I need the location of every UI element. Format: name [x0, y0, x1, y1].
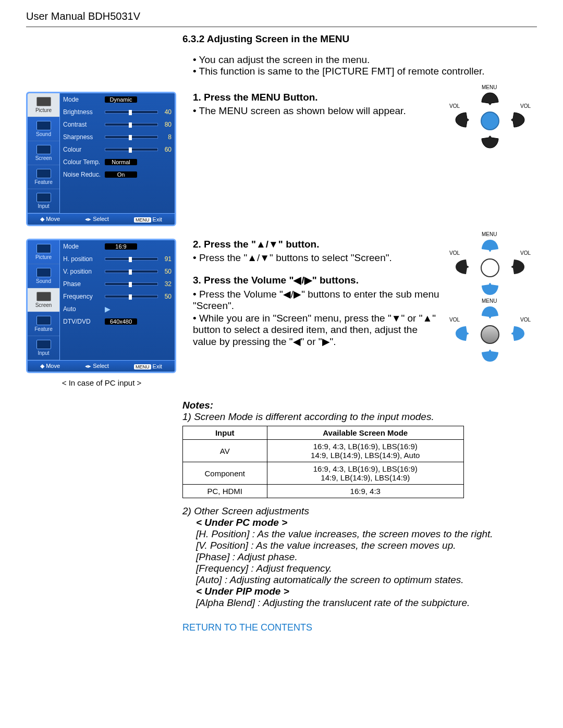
speaker-icon	[36, 121, 51, 130]
intro-bullet: This function is same to the [PICTURE FM…	[193, 66, 537, 77]
gear-icon	[36, 193, 51, 202]
pc-line: [Auto] : Adjusting automatically the scr…	[196, 574, 537, 586]
dpad-down-icon	[480, 279, 500, 296]
step1-line: • The MENU screen as shown below will ap…	[193, 105, 443, 117]
osd-tab-picture: Picture	[28, 93, 59, 117]
osd-tab-feature: Feature	[28, 312, 59, 336]
dpad-down-icon	[480, 346, 500, 363]
slider-icon	[105, 295, 158, 298]
return-to-contents-link[interactable]: RETURN TO THE CONTENTS	[182, 622, 537, 633]
header-divider	[26, 27, 537, 27]
menu-label: MENU	[482, 231, 497, 237]
vol-label: VOL	[520, 317, 531, 323]
intro-bullets: You can adjust the screen in the menu. T…	[193, 54, 537, 77]
slider-icon	[105, 135, 158, 139]
clock-icon	[36, 169, 51, 178]
osd-menu-picture: Picture Sound Screen Feature Input ModeD…	[26, 92, 176, 226]
pc-mode-head: < Under PC mode >	[196, 517, 537, 528]
screen-icon	[36, 145, 51, 154]
gear-icon	[36, 340, 51, 349]
screen-icon	[36, 292, 51, 301]
arrow-right-icon: ▶	[105, 305, 111, 313]
menu-label: MENU	[482, 298, 497, 304]
screen-mode-table: InputAvailable Screen Mode AV16:9, 4:3, …	[182, 426, 464, 498]
slider-icon	[105, 282, 158, 286]
pc-line: [V. Position] : As the value increases, …	[196, 540, 537, 551]
osd-caption: < In case of PC input >	[26, 378, 177, 387]
osd-tab-sound: Sound	[28, 264, 59, 288]
osd-tab-screen: Screen	[28, 141, 59, 165]
dpad-right-icon	[506, 258, 527, 275]
dpad-up-icon	[480, 305, 500, 322]
notes-heading: Notes:	[182, 400, 537, 411]
vol-label: VOL	[520, 250, 531, 256]
vol-label: VOL	[449, 250, 460, 256]
vol-label: VOL	[449, 317, 460, 323]
pc-line: [Phase] : Adjust phase.	[196, 551, 537, 563]
step1-title: 1. Press the MENU Button.	[193, 92, 443, 103]
dpad-right-icon	[506, 112, 527, 128]
pc-line: [Frequency] : Adjust frequency.	[196, 563, 537, 574]
step3-line: • While you are in "Screen" menu, press …	[193, 313, 443, 348]
slider-icon	[105, 270, 158, 273]
osd-menu-screen: Picture Sound Screen Feature Input Mode1…	[26, 239, 176, 373]
osd-tab-input: Input	[28, 189, 59, 213]
remote-dpad-updown: MENU VOL VOL	[448, 239, 532, 296]
osd-tab-screen: Screen	[28, 288, 59, 312]
remote-dpad-leftright: MENU VOL VOL	[448, 305, 532, 363]
dpad-left-icon	[454, 258, 474, 275]
dpad-center-icon	[481, 258, 499, 277]
dpad-up-icon	[480, 239, 500, 255]
osd-tab-feature: Feature	[28, 165, 59, 189]
slider-icon	[105, 110, 158, 114]
dpad-center-icon	[481, 325, 499, 344]
intro-bullet: You can adjust the screen in the menu.	[193, 54, 537, 66]
pc-line: [H. Position] : As the value increases, …	[196, 528, 537, 540]
menu-label: MENU	[482, 84, 497, 90]
note-2: 2) Other Screen adjustments	[182, 505, 537, 517]
page-header: User Manual BDH5031V	[26, 10, 537, 22]
osd-tab-input: Input	[28, 336, 59, 360]
dpad-up-icon	[480, 92, 500, 108]
step3-title: 3. Press the Volume "◀/▶" buttons.	[193, 274, 443, 286]
slider-icon	[105, 148, 158, 151]
vol-label: VOL	[449, 103, 460, 109]
note-1: 1) Screen Mode is different according to…	[182, 411, 537, 423]
clock-icon	[36, 316, 51, 325]
step2-line: • Press the "▲/▼" buttons to select "Scr…	[193, 252, 443, 264]
step2-title: 2. Press the "▲/▼" button.	[193, 239, 443, 250]
tv-icon	[36, 244, 51, 253]
pip-line: [Alpha Blend] : Adjusting the translucen…	[196, 597, 537, 609]
dpad-right-icon	[506, 325, 527, 342]
dpad-left-icon	[454, 325, 474, 342]
pip-mode-head: < Under PIP mode >	[196, 586, 537, 597]
vol-label: VOL	[520, 103, 531, 109]
dpad-down-icon	[480, 132, 500, 149]
dpad-left-icon	[454, 112, 474, 128]
dpad-center-icon	[481, 112, 499, 130]
section-heading: 6.3.2 Adjusting Screen in the MENU	[182, 33, 537, 45]
slider-icon	[105, 123, 158, 126]
osd-tab-sound: Sound	[28, 117, 59, 141]
remote-dpad-menu: MENU VOL VOL	[448, 92, 532, 149]
step3-line: • Press the Volume "◀/▶" buttons to ente…	[193, 288, 443, 312]
osd-tab-picture: Picture	[28, 240, 59, 264]
slider-icon	[105, 257, 158, 261]
speaker-icon	[36, 268, 51, 277]
tv-icon	[36, 97, 51, 106]
